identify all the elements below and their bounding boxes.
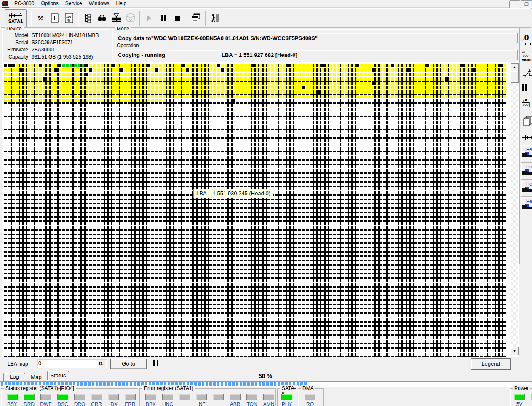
map-cell[interactable]	[232, 156, 235, 159]
map-cell[interactable]	[248, 261, 251, 265]
map-cell[interactable]	[174, 186, 177, 190]
map-cell[interactable]	[333, 164, 336, 168]
map-cell[interactable]	[422, 291, 425, 295]
map-cell[interactable]	[368, 318, 371, 322]
map-cell[interactable]	[414, 261, 417, 265]
map-cell[interactable]	[124, 134, 127, 137]
map-cell[interactable]	[290, 208, 294, 212]
map-cell[interactable]	[433, 265, 437, 269]
map-cell[interactable]	[379, 129, 382, 133]
map-cell[interactable]	[499, 160, 503, 164]
map-cell[interactable]	[372, 234, 375, 238]
map-cell[interactable]	[464, 287, 468, 291]
map-cell[interactable]	[310, 234, 313, 238]
map-cell[interactable]	[298, 125, 301, 129]
map-cell[interactable]	[360, 221, 363, 225]
map-cell[interactable]	[170, 156, 174, 159]
map-cell[interactable]	[398, 199, 402, 203]
map-cell[interactable]	[441, 191, 444, 194]
map-cell[interactable]	[147, 230, 150, 234]
map-cell[interactable]	[170, 103, 174, 107]
map-cell[interactable]	[108, 239, 112, 243]
map-cell[interactable]	[120, 86, 123, 89]
map-cell[interactable]	[166, 326, 170, 330]
map-cell[interactable]	[340, 331, 344, 335]
map-cell[interactable]	[213, 278, 216, 282]
map-cell[interactable]	[445, 191, 448, 194]
map-cell[interactable]	[487, 151, 491, 155]
map-cell[interactable]	[143, 313, 147, 317]
map-cell[interactable]	[271, 304, 274, 308]
map-cell[interactable]	[503, 177, 506, 181]
map-cell[interactable]	[27, 247, 30, 251]
map-cell[interactable]	[360, 134, 363, 137]
map-cell[interactable]	[410, 99, 414, 102]
map-cell[interactable]	[449, 322, 452, 326]
map-cell[interactable]	[395, 304, 398, 308]
map-cell[interactable]	[116, 221, 119, 225]
map-cell[interactable]	[503, 64, 506, 67]
map-cell[interactable]	[108, 256, 112, 260]
map-cell[interactable]	[391, 322, 394, 326]
map-cell[interactable]	[406, 265, 410, 269]
map-cell[interactable]	[124, 348, 127, 352]
map-cell[interactable]	[73, 195, 77, 199]
map-cell[interactable]	[325, 195, 329, 199]
map-cell[interactable]	[213, 318, 216, 322]
map-cell[interactable]	[147, 326, 150, 330]
map-cell[interactable]	[8, 335, 11, 339]
map-cell[interactable]	[294, 195, 297, 199]
map-cell[interactable]	[97, 300, 100, 304]
map-cell[interactable]	[333, 344, 336, 348]
map-cell[interactable]	[4, 300, 7, 304]
map-cell[interactable]	[120, 103, 123, 107]
map-cell[interactable]	[294, 256, 297, 260]
map-cell[interactable]	[337, 134, 340, 137]
map-cell[interactable]	[348, 208, 352, 212]
map-cell[interactable]	[93, 313, 96, 317]
map-cell[interactable]	[124, 265, 127, 269]
map-cell[interactable]	[166, 335, 170, 339]
map-cell[interactable]	[85, 340, 88, 344]
map-cell[interactable]	[398, 226, 402, 229]
map-cell[interactable]	[213, 256, 216, 260]
map-cell[interactable]	[476, 322, 479, 326]
map-cell[interactable]	[209, 208, 212, 212]
map-cell[interactable]	[437, 217, 441, 221]
map-cell[interactable]	[70, 199, 73, 203]
map-cell[interactable]	[89, 121, 92, 124]
map-cell[interactable]	[182, 226, 185, 229]
map-cell[interactable]	[433, 261, 437, 265]
map-cell[interactable]	[124, 313, 127, 317]
map-cell[interactable]	[329, 304, 332, 308]
map-cell[interactable]	[333, 243, 336, 247]
map-cell[interactable]	[66, 73, 69, 76]
map-cell[interactable]	[54, 230, 57, 234]
map-cell[interactable]	[31, 344, 34, 348]
map-cell[interactable]	[333, 331, 336, 335]
map-cell[interactable]	[225, 99, 228, 102]
map-cell[interactable]	[193, 160, 197, 164]
map-cell[interactable]	[283, 348, 286, 352]
map-cell[interactable]	[205, 99, 209, 102]
map-cell[interactable]	[70, 138, 73, 142]
map-cell[interactable]	[182, 256, 185, 260]
map-cell[interactable]	[236, 256, 239, 260]
map-cell[interactable]	[487, 191, 491, 194]
map-cell[interactable]	[11, 291, 15, 295]
map-cell[interactable]	[19, 326, 23, 330]
map-cell[interactable]	[155, 143, 158, 146]
map-cell[interactable]	[232, 331, 235, 335]
map-cell[interactable]	[406, 90, 410, 94]
map-cell[interactable]	[441, 90, 444, 94]
map-cell[interactable]	[101, 335, 104, 339]
map-cell[interactable]	[271, 99, 274, 102]
map-cell[interactable]	[213, 269, 216, 273]
map-cell[interactable]	[205, 208, 209, 212]
map-cell[interactable]	[43, 94, 46, 98]
map-cell[interactable]	[66, 81, 69, 85]
map-cell[interactable]	[11, 177, 15, 181]
map-cell[interactable]	[414, 77, 417, 81]
map-cell[interactable]	[278, 186, 282, 190]
map-cell[interactable]	[333, 191, 336, 194]
